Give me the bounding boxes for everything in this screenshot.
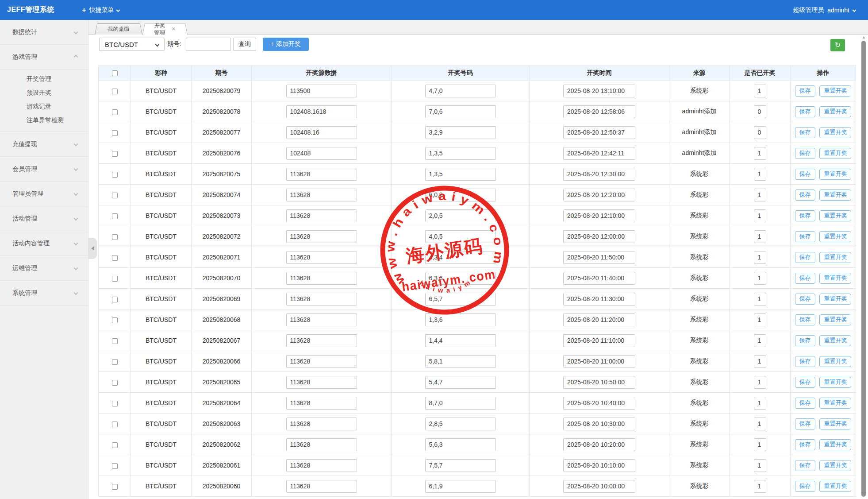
save-button[interactable]: 保存 xyxy=(795,335,815,346)
row-checkbox[interactable] xyxy=(112,193,118,198)
row-checkbox[interactable] xyxy=(112,297,118,302)
opened-flag-input[interactable] xyxy=(754,126,766,139)
opened-flag-input[interactable] xyxy=(754,313,766,326)
source-data-input[interactable] xyxy=(286,85,357,97)
draw-time-input[interactable] xyxy=(563,355,635,368)
row-checkbox[interactable] xyxy=(112,338,118,344)
draw-time-input[interactable] xyxy=(563,147,635,160)
opened-flag-input[interactable] xyxy=(754,147,766,160)
reset-draw-button[interactable]: 重置开奖 xyxy=(819,252,851,263)
opened-flag-input[interactable] xyxy=(754,272,766,285)
opened-flag-input[interactable] xyxy=(754,293,766,306)
draw-numbers-input[interactable] xyxy=(425,397,496,410)
row-checkbox[interactable] xyxy=(112,484,118,490)
reset-draw-button[interactable]: 重置开奖 xyxy=(819,439,851,450)
source-data-input[interactable] xyxy=(286,293,357,306)
sidebar-subitem-开奖管理[interactable]: 开奖管理 xyxy=(0,72,88,86)
source-data-input[interactable] xyxy=(286,189,357,201)
row-checkbox[interactable] xyxy=(112,401,118,406)
draw-time-input[interactable] xyxy=(563,251,635,264)
save-button[interactable]: 保存 xyxy=(795,294,815,305)
opened-flag-input[interactable] xyxy=(754,397,766,410)
row-checkbox[interactable] xyxy=(112,130,118,136)
row-checkbox[interactable] xyxy=(112,463,118,469)
save-button[interactable]: 保存 xyxy=(795,356,815,367)
opened-flag-input[interactable] xyxy=(754,480,766,493)
draw-numbers-input[interactable] xyxy=(425,313,496,326)
reset-draw-button[interactable]: 重置开奖 xyxy=(819,481,851,492)
lottery-select[interactable]: BTC/USDT xyxy=(99,38,165,51)
draw-numbers-input[interactable] xyxy=(425,293,496,306)
draw-numbers-input[interactable] xyxy=(425,209,496,222)
draw-time-input[interactable] xyxy=(563,168,635,181)
sidebar-subitem-游戏记录[interactable]: 游戏记录 xyxy=(0,100,88,113)
sidebar-item-活动内容管理[interactable]: 活动内容管理 xyxy=(0,231,88,256)
source-data-input[interactable] xyxy=(286,355,357,368)
reset-draw-button[interactable]: 重置开奖 xyxy=(819,294,851,305)
save-button[interactable]: 保存 xyxy=(795,460,815,471)
draw-numbers-input[interactable] xyxy=(425,272,496,285)
draw-time-input[interactable] xyxy=(563,480,635,493)
row-checkbox[interactable] xyxy=(112,89,118,94)
reset-draw-button[interactable]: 重置开奖 xyxy=(819,460,851,471)
draw-numbers-input[interactable] xyxy=(425,85,496,97)
draw-numbers-input[interactable] xyxy=(425,251,496,264)
scrollbar-thumb[interactable] xyxy=(861,41,866,497)
draw-time-input[interactable] xyxy=(563,105,635,118)
quick-menu-button[interactable]: + 快捷菜单 xyxy=(82,6,119,14)
source-data-input[interactable] xyxy=(286,313,357,326)
draw-numbers-input[interactable] xyxy=(425,459,496,472)
source-data-input[interactable] xyxy=(286,438,357,451)
save-button[interactable]: 保存 xyxy=(795,252,815,263)
reset-draw-button[interactable]: 重置开奖 xyxy=(819,210,851,221)
draw-time-input[interactable] xyxy=(563,209,635,222)
draw-numbers-input[interactable] xyxy=(425,334,496,347)
reset-draw-button[interactable]: 重置开奖 xyxy=(819,398,851,409)
draw-time-input[interactable] xyxy=(563,313,635,326)
source-data-input[interactable] xyxy=(286,251,357,264)
sidebar-item-管理员管理[interactable]: 管理员管理 xyxy=(0,182,88,206)
draw-numbers-input[interactable] xyxy=(425,189,496,201)
source-data-input[interactable] xyxy=(286,105,357,118)
draw-time-input[interactable] xyxy=(563,459,635,472)
opened-flag-input[interactable] xyxy=(754,376,766,389)
reset-draw-button[interactable]: 重置开奖 xyxy=(819,418,851,429)
draw-time-input[interactable] xyxy=(563,272,635,285)
tab-draw-management[interactable]: 开奖管理 ✕ xyxy=(142,23,188,35)
opened-flag-input[interactable] xyxy=(754,189,766,201)
save-button[interactable]: 保存 xyxy=(795,148,815,159)
source-data-input[interactable] xyxy=(286,376,357,389)
opened-flag-input[interactable] xyxy=(754,230,766,243)
opened-flag-input[interactable] xyxy=(754,209,766,222)
source-data-input[interactable] xyxy=(286,459,357,472)
draw-time-input[interactable] xyxy=(563,418,635,430)
sidebar-collapse-handle[interactable] xyxy=(88,238,97,259)
opened-flag-input[interactable] xyxy=(754,418,766,430)
draw-numbers-input[interactable] xyxy=(425,355,496,368)
sidebar-item-系统管理[interactable]: 系统管理 xyxy=(0,281,88,306)
sidebar-item-运维管理[interactable]: 运维管理 xyxy=(0,256,88,281)
save-button[interactable]: 保存 xyxy=(795,106,815,117)
reset-draw-button[interactable]: 重置开奖 xyxy=(819,356,851,367)
draw-numbers-input[interactable] xyxy=(425,480,496,493)
reset-draw-button[interactable]: 重置开奖 xyxy=(819,335,851,346)
refresh-button[interactable]: ↻ xyxy=(830,39,845,51)
sidebar-item-会员管理[interactable]: 会员管理 xyxy=(0,157,88,182)
save-button[interactable]: 保存 xyxy=(795,210,815,221)
draw-time-input[interactable] xyxy=(563,126,635,139)
save-button[interactable]: 保存 xyxy=(795,314,815,325)
reset-draw-button[interactable]: 重置开奖 xyxy=(819,85,851,97)
opened-flag-input[interactable] xyxy=(754,168,766,181)
reset-draw-button[interactable]: 重置开奖 xyxy=(819,314,851,325)
row-checkbox[interactable] xyxy=(112,359,118,365)
sidebar-item-活动管理[interactable]: 活动管理 xyxy=(0,206,88,231)
save-button[interactable]: 保存 xyxy=(795,398,815,409)
opened-flag-input[interactable] xyxy=(754,105,766,118)
draw-time-input[interactable] xyxy=(563,397,635,410)
reset-draw-button[interactable]: 重置开奖 xyxy=(819,106,851,117)
sidebar-subitem-注单异常检测[interactable]: 注单异常检测 xyxy=(0,113,88,127)
draw-numbers-input[interactable] xyxy=(425,126,496,139)
save-button[interactable]: 保存 xyxy=(795,169,815,180)
sidebar-item-游戏管理[interactable]: 游戏管理 xyxy=(0,45,88,70)
row-checkbox[interactable] xyxy=(112,213,118,219)
